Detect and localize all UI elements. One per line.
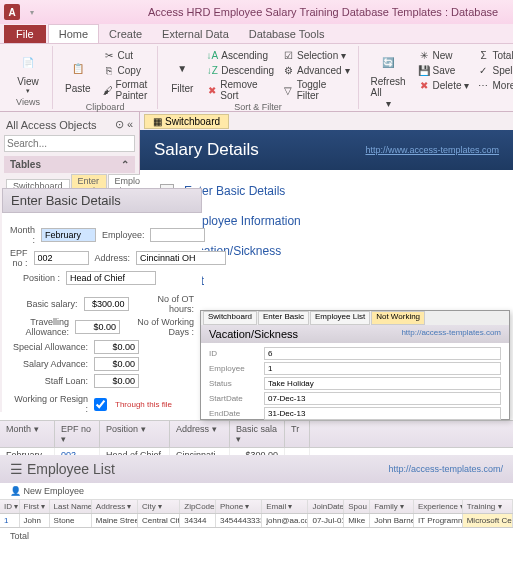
- vac-end-input[interactable]: [264, 407, 501, 420]
- title-bar: A ▾ Access HRD Employee Salary Training …: [0, 0, 513, 24]
- advance-label: Salary Advance:: [10, 359, 88, 369]
- remove-sort-icon: ✖: [206, 84, 217, 96]
- col-zip[interactable]: ZipCode ▾: [180, 500, 216, 513]
- home-tab[interactable]: Home: [48, 24, 99, 43]
- nav-tables-section[interactable]: Tables⌃: [4, 156, 135, 173]
- views-group: 📄 View▾ Views: [4, 46, 53, 109]
- switchboard-doc-tab[interactable]: ▦ Switchboard: [144, 114, 229, 129]
- col-id[interactable]: ID ▾: [0, 500, 20, 513]
- switchboard-link[interactable]: http://www.access-templates.com: [365, 145, 499, 155]
- col-experience[interactable]: Experience ▾: [414, 500, 463, 513]
- window-title: Access HRD Employee Salary Training Data…: [148, 6, 498, 18]
- sw-item-exit[interactable]: Exit: [160, 274, 493, 288]
- col-city[interactable]: City ▾: [138, 500, 180, 513]
- sw-item-enter-basic[interactable]: Enter Basic Details: [160, 184, 493, 198]
- staff-loan-input[interactable]: [94, 374, 139, 388]
- col-email[interactable]: Email ▾: [262, 500, 308, 513]
- col-spouse[interactable]: Spou ▾: [344, 500, 370, 513]
- travelling-input[interactable]: [75, 320, 120, 334]
- save-icon: 💾: [418, 64, 430, 76]
- nav-search-input[interactable]: [4, 135, 135, 152]
- database-tools-tab[interactable]: Database Tools: [239, 25, 335, 43]
- filter-button[interactable]: ▼ Filter: [164, 48, 200, 102]
- descending-button[interactable]: ↓ZDescending: [204, 63, 276, 77]
- col-family[interactable]: Family ▾: [370, 500, 414, 513]
- special-label: Special Allowance:: [10, 342, 88, 352]
- vac-start-input[interactable]: [264, 392, 501, 405]
- vac-tab-switchboard[interactable]: Switchboard: [203, 311, 257, 325]
- epf-input[interactable]: [34, 251, 89, 265]
- month-label: Month :: [10, 225, 35, 245]
- advanced-icon: ⚙: [282, 64, 294, 76]
- vac-tab-employee-list[interactable]: Employee List: [310, 311, 370, 325]
- col-epf[interactable]: EPF no ▾: [55, 421, 100, 447]
- paste-button[interactable]: 📋 Paste: [59, 48, 97, 102]
- qat-caret-icon[interactable]: ▾: [30, 8, 34, 17]
- switchboard-title: Salary Details: [154, 140, 259, 160]
- refresh-all-button[interactable]: 🔄 Refresh All ▾: [365, 48, 412, 111]
- add-icon: 👤: [10, 486, 21, 496]
- totals-icon: Σ: [477, 49, 489, 61]
- employee-grid-row[interactable]: 1 John Stone Maine Street Central City 3…: [0, 514, 513, 527]
- selection-button[interactable]: ☑Selection ▾: [280, 48, 351, 62]
- col-month[interactable]: Month ▾: [0, 421, 55, 447]
- more-button[interactable]: ⋯More ▾: [475, 78, 513, 92]
- employee-list-header: ☰ Employee List http://access-templates.…: [0, 455, 513, 483]
- spelling-button[interactable]: ✓Spelling: [475, 63, 513, 77]
- vac-start-label: StartDate: [209, 394, 264, 403]
- basic-salary-input[interactable]: [84, 297, 129, 311]
- nav-header[interactable]: All Access Objects ⊙ «: [4, 116, 135, 133]
- col-phone[interactable]: Phone ▾: [216, 500, 262, 513]
- view-button[interactable]: 📄 View▾: [10, 48, 46, 97]
- nav-collapse-icon[interactable]: «: [127, 118, 133, 130]
- address-input[interactable]: [136, 251, 226, 265]
- col-last[interactable]: Last Name ▾: [50, 500, 92, 513]
- records-group: 🔄 Refresh All ▾ ✳New 💾Save ✖Delete ▾ ΣTo…: [359, 46, 513, 109]
- toggle-icon: ▽: [282, 84, 294, 96]
- new-employee-button[interactable]: 👤 New Employee: [0, 483, 513, 500]
- sw-item-employee-info[interactable]: Employee Information: [160, 214, 493, 228]
- cut-button[interactable]: ✂Cut: [101, 48, 152, 62]
- copy-button[interactable]: ⎘Copy: [101, 63, 152, 77]
- toggle-filter-button[interactable]: ▽Toggle Filter: [280, 78, 351, 102]
- col-address2[interactable]: Address ▾: [92, 500, 138, 513]
- vac-tab-not-working[interactable]: Not Working: [371, 311, 425, 325]
- working-resign-value: Through this file: [115, 400, 172, 409]
- external-data-tab[interactable]: External Data: [152, 25, 239, 43]
- totals-button[interactable]: ΣTotals: [475, 48, 513, 62]
- save-button[interactable]: 💾Save: [416, 63, 472, 77]
- employee-input[interactable]: [150, 228, 205, 242]
- special-input[interactable]: [94, 340, 139, 354]
- advance-input[interactable]: [94, 357, 139, 371]
- month-input[interactable]: [41, 228, 96, 242]
- vac-emp-label: Employee: [209, 364, 264, 373]
- working-resign-checkbox[interactable]: [94, 398, 107, 411]
- refresh-icon: 🔄: [376, 50, 400, 74]
- col-position[interactable]: Position ▾: [100, 421, 170, 447]
- spelling-icon: ✓: [477, 64, 489, 76]
- vac-tab-enter-basic[interactable]: Enter Basic: [258, 311, 309, 325]
- enter-basic-form: Enter Basic Details Month : Employee: EP…: [2, 188, 202, 423]
- vac-end-label: EndDate: [209, 409, 264, 418]
- vacation-link[interactable]: http://access-templates.com: [401, 328, 501, 340]
- create-tab[interactable]: Create: [99, 25, 152, 43]
- selection-icon: ☑: [282, 49, 294, 61]
- clipboard-group: 📋 Paste ✂Cut ⎘Copy 🖌Format Painter Clipb…: [53, 46, 158, 109]
- vac-status-input[interactable]: [264, 377, 501, 390]
- col-training[interactable]: Training ▾: [463, 500, 513, 513]
- advanced-button[interactable]: ⚙Advanced ▾: [280, 63, 351, 77]
- vac-emp-input[interactable]: [264, 362, 501, 375]
- position-input[interactable]: [66, 271, 156, 285]
- col-first[interactable]: First ▾: [20, 500, 50, 513]
- remove-sort-button[interactable]: ✖Remove Sort: [204, 78, 276, 102]
- format-painter-button[interactable]: 🖌Format Painter: [101, 78, 152, 102]
- col-joindate[interactable]: JoinDate ▾: [308, 500, 344, 513]
- new-button[interactable]: ✳New: [416, 48, 472, 62]
- vac-id-input[interactable]: [264, 347, 501, 360]
- delete-button[interactable]: ✖Delete ▾: [416, 78, 472, 92]
- employee-list-link[interactable]: http://access-templates.com/: [388, 464, 503, 474]
- ascending-button[interactable]: ↓AAscending: [204, 48, 276, 62]
- file-tab[interactable]: File: [4, 25, 46, 43]
- form-icon: ▦: [153, 116, 162, 127]
- nav-filter-icon[interactable]: ⊙: [115, 118, 124, 130]
